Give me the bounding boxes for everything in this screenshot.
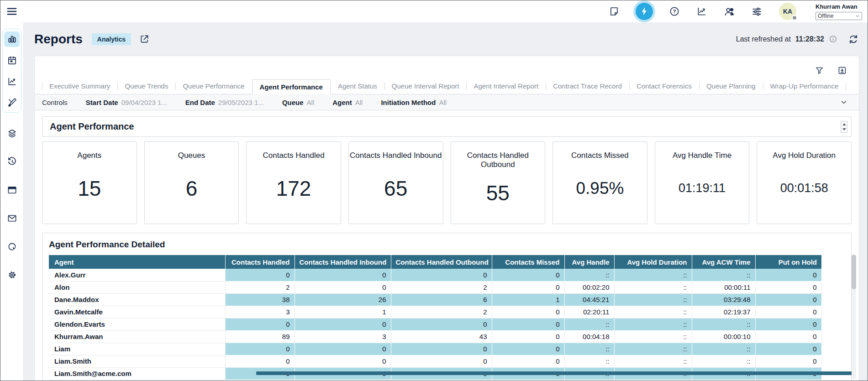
metrics-button[interactable]: [696, 5, 708, 17]
tab-contact-forensics[interactable]: Contact Forensics: [629, 79, 699, 94]
column-header-contacts-handled-inbound[interactable]: Contacts Handled Inbound: [295, 255, 391, 269]
analytics-badge: Analytics: [92, 33, 131, 45]
column-header-avg-hold-duration[interactable]: Avg Hold Duration: [614, 255, 692, 269]
table-cell: ::: [564, 343, 614, 355]
agent-filter[interactable]: Agent All: [332, 99, 363, 106]
tab-queue-trends[interactable]: Queue Trends: [117, 79, 175, 94]
agent-performance-table: Agent Contacts Handled Contacts Handled …: [49, 255, 822, 380]
kpi-value: 6: [186, 160, 198, 224]
tab-agent-interval-report[interactable]: Agent Interval Report: [466, 79, 546, 94]
sidebar-item-workspace[interactable]: [4, 182, 20, 198]
agent-name-cell: Liam.Smith: [49, 355, 225, 367]
table-cell: ::: [692, 318, 755, 330]
table-cell: 03:29:48: [692, 293, 755, 306]
report-toolbar: [35, 56, 859, 79]
hamburger-menu-button[interactable]: [6, 5, 18, 17]
table-cell: ::: [614, 269, 692, 281]
controls-collapse-button[interactable]: [838, 96, 850, 108]
agent-label: Agent: [332, 99, 352, 106]
detailed-table-title: Agent Performance Detailed: [49, 240, 851, 250]
tab-agent-performance[interactable]: Agent Performance: [252, 79, 331, 94]
metrics-icon: [696, 6, 707, 17]
tab-queue-planning[interactable]: Queue Planning: [699, 79, 763, 94]
tab-agent-status[interactable]: Agent Status: [331, 79, 384, 94]
sidebar-item-schedule[interactable]: [4, 52, 20, 68]
download-button[interactable]: [836, 64, 848, 76]
sidebar-item-designer[interactable]: [4, 94, 20, 110]
tab-queue-performance[interactable]: Queue Performance: [175, 79, 252, 94]
agent-name-cell: Alex.Gurr: [49, 269, 225, 281]
table-cell: ::: [614, 281, 692, 293]
table-row: Gavin.Metcalfe 3 1 2 0 02:20:11 :: 02:19…: [49, 306, 821, 318]
column-header-avg-handle[interactable]: Avg Handle: [564, 255, 614, 269]
sidebar-item-history[interactable]: [4, 154, 20, 169]
kpi-label: Agents: [77, 151, 101, 160]
column-header-contacts-handled-outbound[interactable]: Contacts Handled Outbound: [391, 255, 492, 269]
table-cell: ::: [564, 318, 614, 330]
column-header-contacts-handled[interactable]: Contacts Handled: [225, 255, 295, 269]
section-stepper[interactable]: [841, 121, 847, 133]
sidebar-item-email[interactable]: [4, 210, 20, 226]
vertical-scrollbar-thumb[interactable]: [852, 255, 856, 289]
table-cell: 0: [492, 318, 564, 330]
sidebar-item-dashboards[interactable]: [4, 239, 20, 254]
table-cell: 0: [295, 281, 391, 293]
notes-button[interactable]: [608, 5, 620, 17]
column-header-agent[interactable]: Agent: [49, 255, 225, 269]
column-header-avg-acw-time[interactable]: Avg ACW Time: [692, 255, 755, 269]
application-window: ? KA Khurram Awan Offline: [0, 0, 868, 381]
preferences-button[interactable]: [751, 5, 763, 17]
sidebar-item-reports[interactable]: [4, 31, 20, 47]
help-button[interactable]: ?: [668, 5, 680, 17]
kpi-row: Agents 15 Queues 6 Contacts Handled 172 …: [42, 141, 852, 224]
table-row: Glendon.Evarts 0 0 0 0 :: :: :: 0: [49, 318, 821, 330]
initiation-method-value: All: [439, 99, 447, 106]
flash-button[interactable]: [636, 3, 653, 20]
column-header-contacts-missed[interactable]: Contacts Missed: [492, 255, 564, 269]
last-refreshed: Last refreshed at 11:28:32: [736, 33, 859, 45]
horizontal-scrollbar[interactable]: [256, 371, 852, 375]
sidebar-item-settings[interactable]: [4, 267, 20, 282]
users-button[interactable]: [723, 5, 735, 17]
table-cell: 0: [492, 306, 564, 318]
queue-value: All: [307, 99, 315, 106]
calendar-icon: [7, 55, 17, 66]
table-cell: 2: [391, 281, 492, 293]
table-cell: 0: [225, 318, 295, 330]
vertical-scrollbar[interactable]: [852, 255, 856, 379]
tab-executive-summary[interactable]: Executive Summary: [42, 79, 117, 94]
kpi-card-contacts-handled: Contacts Handled 172: [246, 141, 341, 224]
info-icon[interactable]: [829, 35, 837, 43]
initiation-method-filter[interactable]: Initiation Method All: [381, 99, 447, 106]
sidebar-item-flows[interactable]: [4, 125, 20, 141]
end-date-filter[interactable]: End Date 29/05/2023 1...: [185, 99, 264, 106]
agent-name-cell: Dane.Maddox: [49, 293, 225, 306]
start-date-filter[interactable]: Start Date 09/04/2023 1...: [86, 99, 167, 106]
kpi-card-avg-hold-duration: Avg Hold Duration 00:01:58: [757, 141, 852, 224]
queue-filter[interactable]: Queue All: [282, 99, 314, 106]
report-body: Agent Performance Agents 15 Queues 6: [35, 110, 859, 381]
agent-name-cell: Glendon.Evarts: [49, 318, 225, 330]
tab-wrap-up-performance[interactable]: Wrap-Up Performance: [763, 79, 846, 94]
status-select[interactable]: Offline: [815, 12, 862, 20]
agent-name-cell: Gavin.Metcalfe: [49, 306, 225, 318]
initiation-method-label: Initiation Method: [381, 99, 436, 106]
open-in-new-button[interactable]: [138, 33, 150, 45]
tab-queue-interval-report[interactable]: Queue Interval Report: [384, 79, 467, 94]
kpi-label: Queues: [178, 151, 205, 160]
hamburger-icon: [6, 5, 18, 17]
kpi-value: 172: [276, 160, 311, 224]
column-header-put-on-hold[interactable]: Put on Hold: [755, 255, 821, 269]
user-avatar[interactable]: KA: [779, 3, 796, 20]
refresh-button[interactable]: [847, 33, 859, 45]
table-cell: 0: [391, 343, 492, 355]
table-cell: 2: [225, 281, 295, 293]
table-cell: 0: [755, 318, 821, 330]
filter-button[interactable]: [813, 64, 825, 76]
agent-value: All: [355, 99, 363, 106]
sidebar-item-metrics[interactable]: [4, 73, 20, 89]
table-cell: 1: [492, 293, 564, 306]
tab-contract-trace-record[interactable]: Contract Trace Record: [546, 79, 629, 94]
table-cell: ::: [614, 306, 692, 318]
kpi-value: 15: [78, 160, 101, 224]
